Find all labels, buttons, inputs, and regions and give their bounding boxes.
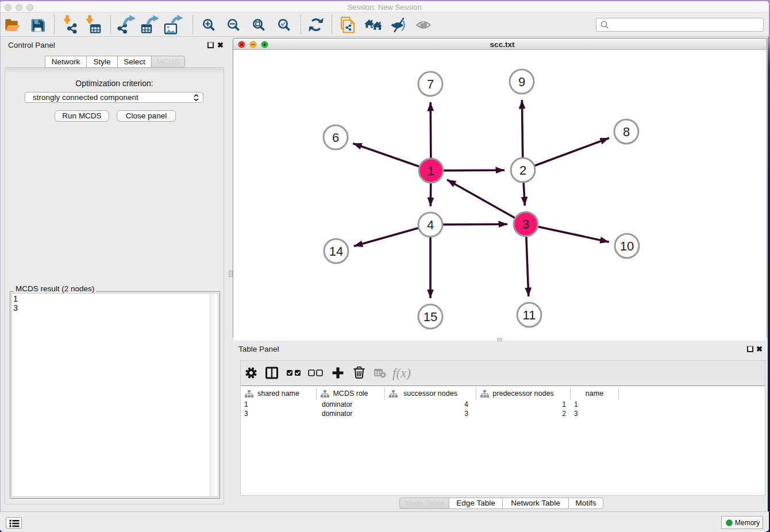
svg-text:6: 6: [332, 130, 339, 145]
svg-text:11: 11: [523, 308, 536, 322]
svg-text:15: 15: [424, 310, 437, 324]
svg-text:3: 3: [522, 217, 529, 232]
svg-text:1: 1: [428, 164, 434, 178]
svg-text:2: 2: [519, 163, 526, 178]
svg-text:7: 7: [427, 77, 434, 91]
svg-text:f(x): f(x): [392, 366, 411, 380]
svg-text:10: 10: [620, 239, 634, 253]
svg-text:8: 8: [623, 125, 630, 139]
svg-text:4: 4: [427, 218, 434, 232]
svg-text:9: 9: [518, 75, 525, 89]
svg-text:14: 14: [329, 244, 343, 259]
